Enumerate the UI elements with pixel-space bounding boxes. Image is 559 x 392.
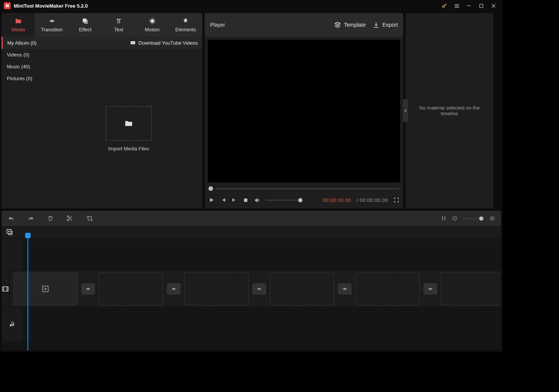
timeline-toolbar xyxy=(2,211,501,226)
svg-rect-7 xyxy=(244,198,247,202)
scrub-track[interactable] xyxy=(215,188,399,189)
player-panel: Player Template Export xyxy=(205,13,403,208)
timeline-overlay-track xyxy=(2,238,501,270)
timeline-audio-track xyxy=(2,307,501,341)
zoom-in-button[interactable] xyxy=(490,216,495,221)
svg-rect-3 xyxy=(84,20,88,23)
tab-transition[interactable]: Transition xyxy=(35,13,69,37)
svg-rect-1 xyxy=(480,4,483,8)
timeline xyxy=(2,226,501,350)
transition-slot[interactable] xyxy=(81,283,95,295)
import-drop-area[interactable]: Import Media Files xyxy=(55,49,202,208)
close-button[interactable] xyxy=(487,0,499,11)
timeline-ruler[interactable] xyxy=(2,226,501,238)
media-category-list: Videos (0) Music (40) Pictures (0) xyxy=(2,49,55,208)
video-track-icon xyxy=(2,271,10,307)
volume-slider[interactable] xyxy=(266,200,302,201)
video-preview[interactable] xyxy=(208,40,400,182)
properties-panel: No material selected on the timeline xyxy=(406,13,493,208)
audio-track-icon xyxy=(2,307,24,341)
import-icon-box xyxy=(106,106,152,140)
video-track-content[interactable] xyxy=(10,271,501,307)
zoom-out-button[interactable] xyxy=(452,216,457,221)
next-frame-button[interactable] xyxy=(231,197,237,203)
volume-knob[interactable] xyxy=(298,198,302,202)
timecode-total: / 00:00:00.00 xyxy=(357,197,388,203)
tab-motion[interactable]: Motion xyxy=(136,13,169,37)
category-music[interactable]: Music (40) xyxy=(2,61,55,73)
download-youtube-button[interactable]: Download YouTube Videos xyxy=(129,40,198,46)
tab-label: Motion xyxy=(145,27,160,32)
media-panel: Media Transition Effect Text Motion xyxy=(2,13,202,208)
overlay-track-label xyxy=(2,239,24,270)
transition-slot[interactable] xyxy=(423,283,437,295)
tab-label: Effect xyxy=(79,27,92,32)
transition-slot[interactable] xyxy=(338,283,352,295)
clip-slot[interactable] xyxy=(441,273,501,305)
svg-rect-13 xyxy=(3,287,8,291)
clip-slot[interactable] xyxy=(13,273,78,305)
audio-track-content[interactable] xyxy=(24,307,501,341)
add-track-button[interactable] xyxy=(6,229,13,236)
tab-media[interactable]: Media xyxy=(2,13,35,37)
play-button[interactable] xyxy=(208,197,215,203)
prev-frame-button[interactable] xyxy=(220,197,226,203)
tab-label: Transition xyxy=(41,27,63,32)
delete-button[interactable] xyxy=(47,215,53,222)
main-tabs: Media Transition Effect Text Motion xyxy=(2,13,202,37)
scrub-handle[interactable] xyxy=(208,186,213,191)
transition-slot[interactable] xyxy=(167,283,181,295)
tab-elements[interactable]: Elements xyxy=(169,13,202,37)
zoom-knob[interactable] xyxy=(479,216,483,221)
album-title: My Album (0) xyxy=(7,40,37,46)
clip-slot[interactable] xyxy=(99,273,163,305)
svg-point-4 xyxy=(150,19,154,23)
export-button[interactable]: Export xyxy=(373,21,398,28)
split-button[interactable] xyxy=(66,215,73,222)
overlay-track-content[interactable] xyxy=(24,239,501,270)
redo-button[interactable] xyxy=(27,215,34,222)
window-title: MiniTool MovieMaker Free 5.2.0 xyxy=(14,3,88,9)
license-key-button[interactable] xyxy=(438,0,451,11)
timecode-current: 00:00:00.00 xyxy=(323,197,351,203)
timeline-video-track xyxy=(2,270,501,307)
scrub-bar[interactable] xyxy=(205,186,403,192)
category-pictures[interactable]: Pictures (0) xyxy=(2,73,55,84)
minimize-button[interactable] xyxy=(463,0,475,11)
panel-collapse-handle[interactable] xyxy=(403,99,408,122)
album-bar: My Album (0) Download YouTube Videos xyxy=(2,37,202,49)
category-videos[interactable]: Videos (0) xyxy=(2,49,55,61)
fullscreen-button[interactable] xyxy=(393,197,399,203)
tab-effect[interactable]: Effect xyxy=(68,13,102,37)
clip-slot[interactable] xyxy=(184,273,249,305)
tab-label: Media xyxy=(11,27,25,32)
playhead[interactable] xyxy=(27,234,28,350)
tab-text[interactable]: Text xyxy=(102,13,136,37)
zoom-slider[interactable] xyxy=(463,218,484,219)
export-label: Export xyxy=(383,22,398,28)
download-label: Download YouTube Videos xyxy=(139,40,198,46)
clip-slot[interactable] xyxy=(355,273,420,305)
maximize-button[interactable] xyxy=(475,0,487,11)
crop-button[interactable] xyxy=(86,215,93,222)
stop-button[interactable] xyxy=(243,197,249,203)
menu-button[interactable] xyxy=(451,0,463,11)
volume-button[interactable] xyxy=(254,197,260,203)
titlebar: MiniTool MovieMaker Free 5.2.0 xyxy=(0,0,502,11)
clip-slot[interactable] xyxy=(270,273,334,305)
import-label: Import Media Files xyxy=(106,146,152,152)
fit-button[interactable] xyxy=(441,215,447,221)
template-label: Template xyxy=(344,22,366,28)
undo-button[interactable] xyxy=(8,215,15,222)
properties-empty-msg: No material selected on the timeline xyxy=(410,105,489,116)
tab-label: Text xyxy=(114,27,123,32)
app-logo xyxy=(4,2,11,9)
template-button[interactable]: Template xyxy=(334,21,366,28)
transition-slot[interactable] xyxy=(252,283,266,295)
tab-label: Elements xyxy=(175,27,196,32)
player-title: Player xyxy=(210,22,225,28)
